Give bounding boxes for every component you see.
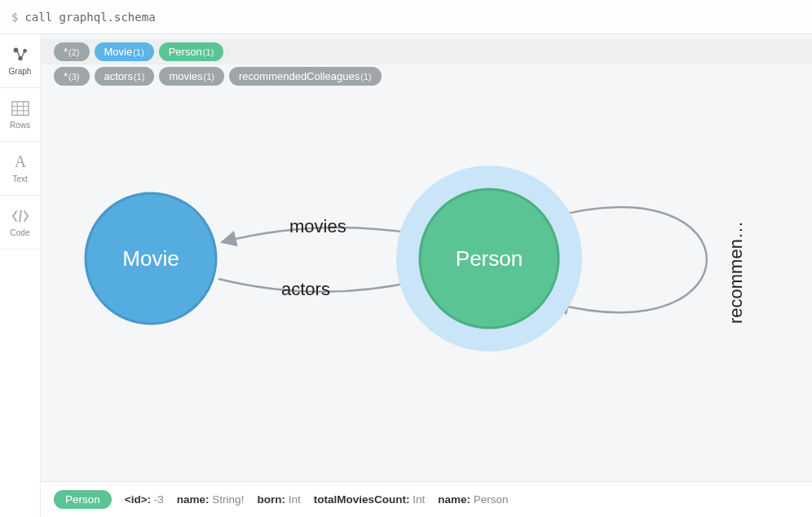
sidebar-item-rows[interactable]: Rows — [0, 88, 40, 142]
result-panel: *(2) Movie(1) Person(1) *(3) actors(1) m… — [41, 34, 812, 517]
details-panel: Person <id>: -3 name: String! born: Int … — [41, 481, 812, 517]
prop-name: name: String! — [177, 493, 245, 506]
svg-line-4 — [21, 52, 24, 57]
prop-total-movies: totalMoviesCount: Int — [314, 493, 426, 506]
prop-name2: name: Person — [438, 493, 508, 506]
sidebar-item-text[interactable]: A Text — [0, 142, 40, 196]
svg-text:A: A — [14, 153, 26, 170]
sidebar-item-label: Graph — [9, 67, 32, 76]
node-person-label: Person — [456, 246, 523, 271]
command-bar[interactable]: $ call graphql.schema — [0, 0, 812, 34]
relationship-filter-row: *(3) actors(1) movies(1) recommendedColl… — [54, 64, 804, 88]
edge-label-movies: movies — [289, 216, 346, 236]
filter-chip-movie[interactable]: Movie(1) — [95, 42, 154, 61]
graph-icon — [11, 46, 29, 64]
font-icon: A — [11, 153, 29, 171]
edge-label-recommended: recommen… — [726, 221, 746, 324]
command-text: call graphql.schema — [24, 11, 155, 24]
svg-rect-5 — [11, 102, 28, 116]
code-icon — [11, 207, 29, 225]
edge-label-actors: actors — [281, 279, 330, 299]
table-icon — [11, 99, 29, 117]
svg-line-11 — [20, 210, 21, 223]
sidebar-item-graph[interactable]: Graph — [0, 34, 40, 88]
filter-chip-recommended[interactable]: recommendedColleagues(1) — [229, 67, 382, 86]
prompt-symbol: $ — [11, 11, 18, 24]
svg-line-3 — [17, 51, 20, 56]
sidebar-item-label: Rows — [10, 121, 30, 130]
filter-chip-all-nodes[interactable]: *(2) — [54, 42, 90, 61]
prop-id: <id>: -3 — [125, 493, 164, 506]
filter-chip-all-rels[interactable]: *(3) — [54, 67, 90, 86]
graph-canvas[interactable]: movies actors recommen… Person Movie — [41, 93, 812, 481]
details-type-chip[interactable]: Person — [54, 490, 112, 509]
filter-chip-movies[interactable]: movies(1) — [159, 67, 224, 86]
svg-point-1 — [23, 49, 27, 53]
node-filter-row: *(2) Movie(1) Person(1) — [41, 39, 812, 64]
sidebar-item-label: Text — [12, 175, 27, 183]
node-movie-label: Movie — [122, 246, 179, 271]
filter-chip-actors[interactable]: actors(1) — [95, 67, 155, 86]
sidebar-item-label: Code — [11, 228, 30, 237]
sidebar-item-code[interactable]: Code — [0, 196, 40, 250]
filter-chip-person[interactable]: Person(1) — [159, 42, 224, 61]
prop-born: born: Int — [257, 493, 300, 506]
sidebar: Graph Rows A Text Code — [0, 34, 41, 517]
